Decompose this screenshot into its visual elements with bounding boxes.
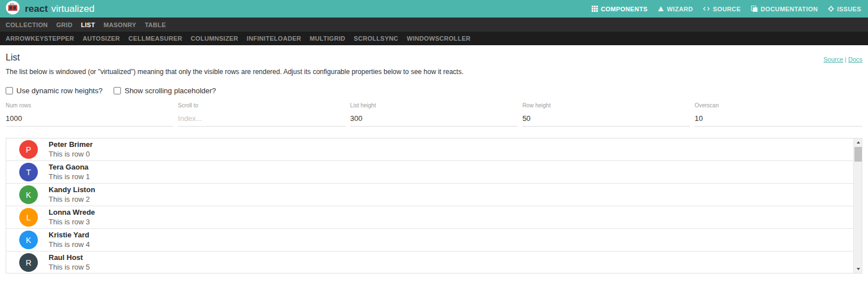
row-name: Tera Gaona bbox=[49, 163, 90, 172]
brand-name: reactvirtualized bbox=[25, 4, 94, 14]
field-input[interactable] bbox=[695, 111, 862, 127]
nav-item[interactable]: MULTIGRID bbox=[310, 35, 345, 42]
row-subtitle: This is row 1 bbox=[49, 172, 90, 181]
row-subtitle: This is row 4 bbox=[49, 240, 90, 249]
row-subtitle: This is row 3 bbox=[49, 218, 95, 227]
row-text: Peter Brimer This is row 0 bbox=[49, 140, 93, 159]
docs-icon bbox=[751, 6, 758, 12]
page-description: The list below is windowed (or "virtuali… bbox=[6, 68, 862, 76]
page-title: List bbox=[6, 53, 20, 63]
row-text: Kristie Yard This is row 4 bbox=[49, 231, 90, 249]
top-nav-wizard[interactable]: WIZARD bbox=[658, 6, 693, 12]
avatar: T bbox=[19, 163, 38, 181]
avatar: R bbox=[19, 253, 38, 272]
top-nav-label: ISSUES bbox=[837, 6, 861, 12]
checkbox[interactable] bbox=[6, 87, 13, 94]
list-viewport: P Peter Brimer This is row 0 T Tera Gaon… bbox=[6, 138, 853, 273]
row-name: Peter Brimer bbox=[49, 140, 93, 149]
title-row: List Source|Docs bbox=[6, 53, 862, 63]
brand-second: virtualized bbox=[51, 3, 95, 14]
docs-link[interactable]: Docs bbox=[848, 56, 862, 63]
property-field: Row height bbox=[522, 102, 690, 127]
page-content: List Source|Docs The list below is windo… bbox=[0, 53, 868, 274]
react-virtualized-logo-icon bbox=[6, 1, 20, 17]
scroll-up-button[interactable] bbox=[854, 138, 862, 146]
nav-item[interactable]: SCROLLSYNC bbox=[354, 35, 398, 42]
checkbox-row: Use dynamic row heights? Show scrolling … bbox=[6, 86, 862, 95]
component-nav-secondary: ARROWKEYSTEPPER AUTOSIZER CELLMEASURER C… bbox=[0, 32, 868, 45]
nav-item[interactable]: MASONRY bbox=[103, 21, 136, 28]
nav-item[interactable]: CELLMEASURER bbox=[128, 35, 182, 42]
top-nav-issues[interactable]: ISSUES bbox=[828, 6, 861, 12]
virtualized-list: P Peter Brimer This is row 0 T Tera Gaon… bbox=[6, 138, 862, 274]
checkbox[interactable] bbox=[114, 87, 121, 94]
top-nav-label: SOURCE bbox=[713, 6, 740, 12]
list-row: K Kandy Liston This is row 2 bbox=[6, 184, 853, 206]
top-nav-source[interactable]: SOURCE bbox=[703, 6, 740, 12]
checkbox-option[interactable]: Show scrolling placeholder? bbox=[114, 86, 216, 95]
field-input[interactable] bbox=[350, 111, 518, 127]
row-text: Kandy Liston This is row 2 bbox=[49, 185, 95, 204]
checkbox-label: Show scrolling placeholder? bbox=[124, 86, 216, 95]
nav-item[interactable]: INFINITELOADER bbox=[247, 35, 301, 42]
field-input[interactable] bbox=[522, 111, 690, 127]
property-form: Num rows Scroll to List height Row heigh… bbox=[6, 102, 862, 127]
nav-item[interactable]: GRID bbox=[57, 21, 73, 28]
nav-item[interactable]: LIST bbox=[81, 21, 95, 28]
avatar: K bbox=[19, 185, 38, 204]
field-input[interactable] bbox=[6, 111, 173, 127]
field-label: Scroll to bbox=[178, 102, 346, 109]
nav-item[interactable]: TABLE bbox=[145, 21, 166, 28]
property-field: Overscan bbox=[695, 102, 862, 127]
code-icon bbox=[703, 6, 710, 12]
scrollbar-thumb[interactable] bbox=[854, 147, 862, 162]
source-link[interactable]: Source bbox=[823, 56, 843, 63]
scroll-down-arrow-icon bbox=[857, 268, 860, 270]
scroll-down-button[interactable] bbox=[854, 265, 862, 273]
avatar: K bbox=[19, 231, 38, 249]
field-label: List height bbox=[350, 102, 518, 109]
avatar: P bbox=[19, 140, 38, 159]
list-scrollbar[interactable] bbox=[853, 138, 862, 273]
field-input[interactable] bbox=[178, 111, 346, 127]
nav-item[interactable]: COLUMNSIZER bbox=[191, 35, 238, 42]
property-field: Scroll to bbox=[178, 102, 346, 127]
row-subtitle: This is row 5 bbox=[49, 263, 90, 272]
list-row: K Kristie Yard This is row 4 bbox=[6, 229, 853, 251]
field-label: Num rows bbox=[6, 102, 173, 109]
brand-first: react bbox=[25, 3, 48, 14]
gear-icon bbox=[828, 6, 834, 12]
row-subtitle: This is row 0 bbox=[49, 150, 93, 159]
top-nav-label: WIZARD bbox=[667, 6, 693, 12]
row-name: Raul Host bbox=[49, 253, 90, 262]
nav-item[interactable]: WINDOWSCROLLER bbox=[407, 35, 471, 42]
component-nav-primary: COLLECTION GRID LIST MASONRY TABLE bbox=[0, 18, 868, 32]
nav-item[interactable]: ARROWKEYSTEPPER bbox=[6, 35, 74, 42]
top-nav: COMPONENTS WIZARD SOURCE bbox=[592, 6, 861, 12]
list-row: P Peter Brimer This is row 0 bbox=[6, 138, 853, 161]
row-name: Kandy Liston bbox=[49, 185, 95, 194]
checkbox-option[interactable]: Use dynamic row heights? bbox=[6, 86, 102, 95]
row-text: Lonna Wrede This is row 3 bbox=[49, 208, 95, 227]
wizard-icon bbox=[658, 6, 664, 12]
doc-links: Source|Docs bbox=[823, 56, 862, 63]
list-row: L Lonna Wrede This is row 3 bbox=[6, 206, 853, 229]
top-nav-label: COMPONENTS bbox=[601, 6, 648, 12]
nav-item[interactable]: AUTOSIZER bbox=[83, 35, 120, 42]
top-nav-documentation[interactable]: DOCUMENTATION bbox=[751, 6, 818, 12]
list-row: R Raul Host This is row 5 bbox=[6, 251, 853, 273]
list-row: T Tera Gaona This is row 1 bbox=[6, 161, 853, 184]
field-label: Overscan bbox=[695, 102, 862, 109]
nav-item[interactable]: COLLECTION bbox=[6, 21, 48, 28]
avatar: L bbox=[19, 208, 38, 227]
row-name: Lonna Wrede bbox=[49, 208, 95, 217]
property-field: List height bbox=[350, 102, 518, 127]
top-nav-components[interactable]: COMPONENTS bbox=[592, 6, 648, 12]
row-text: Raul Host This is row 5 bbox=[49, 253, 90, 272]
field-label: Row height bbox=[522, 102, 690, 109]
link-separator: | bbox=[845, 56, 847, 63]
property-field: Num rows bbox=[6, 102, 173, 127]
row-text: Tera Gaona This is row 1 bbox=[49, 163, 90, 181]
top-nav-label: DOCUMENTATION bbox=[761, 6, 818, 12]
brand: reactvirtualized bbox=[6, 1, 94, 17]
